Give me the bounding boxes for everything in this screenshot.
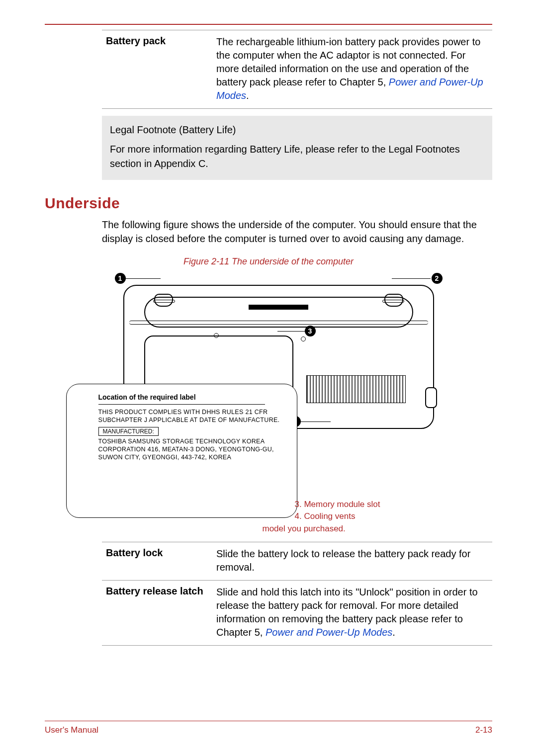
term-battery-release-latch: Battery release latch [102, 586, 216, 639]
footer: User's Manual 2-13 [45, 725, 492, 735]
lead-3 [277, 331, 305, 332]
label-rule [98, 404, 265, 405]
figure-2-11: 1 2 3 [106, 272, 489, 488]
cooling-vents [306, 375, 406, 403]
content: Battery pack The rechargeable lithium-io… [45, 30, 492, 646]
footer-rule [45, 721, 492, 721]
footer-right: 2-13 [475, 725, 492, 735]
seam-line [129, 321, 428, 325]
term-battery-lock: Battery lock [102, 547, 216, 574]
callout-list: 3. Memory module slot 4. Cooling vents [295, 499, 380, 523]
header-rule [45, 24, 492, 25]
desc-battery-lock: Slide the battery lock to release the ba… [216, 547, 492, 574]
compliance-text: THIS PRODUCT COMPLIES WITH DHHS RULES 21… [98, 409, 289, 424]
center-port [249, 305, 308, 310]
desc-battery-pack: The rechargeable lithium-ion battery pac… [216, 35, 492, 102]
top-definition-block: Battery pack The rechargeable lithium-io… [102, 30, 492, 180]
underside-paragraph: The following figure shows the underside… [102, 218, 492, 246]
term-battery-pack: Battery pack [102, 35, 216, 102]
desc-text-b: . [246, 90, 249, 101]
row-battery-pack: Battery pack The rechargeable lithium-io… [102, 30, 492, 109]
required-label-card: Location of the required label THIS PROD… [66, 384, 297, 518]
slot-left [153, 300, 175, 303]
row-battery-lock: Battery lock Slide the battery lock to r… [102, 542, 492, 581]
desc-battery-release-latch: Slide and hold this latch into its "Unlo… [216, 586, 492, 639]
callout-dot-2: 2 [432, 273, 443, 284]
manufacturer-text: TOSHIBA SAMSUNG STORAGE TECHNOLOGY KOREA… [98, 438, 289, 461]
figure-container: 1 2 3 [102, 272, 492, 488]
side-latch-icon [425, 387, 437, 408]
screw-icon [214, 333, 219, 338]
lower-definition-block: Battery lock Slide the battery lock to r… [102, 542, 492, 646]
latch-text-b: . [392, 627, 395, 638]
note-title: Legal Footnote (Battery Life) [110, 123, 484, 137]
callout-dot-1: 1 [115, 273, 126, 284]
callout-dot-3: 3 [305, 326, 316, 336]
callout-3-text: 3. Memory module slot [295, 499, 380, 511]
manufactured-box: MANUFACTURED: [98, 427, 159, 436]
callout-4-text: 4. Cooling vents [295, 510, 380, 523]
slot-right [382, 300, 404, 303]
note-body: For more information regarding Battery L… [110, 142, 484, 171]
figure-caption: Figure 2-11 The underside of the compute… [45, 256, 492, 267]
page: Battery pack The rechargeable lithium-io… [0, 0, 537, 756]
link-power-modes-2[interactable]: Power and Power-Up Modes [266, 627, 392, 638]
label-card-heading: Location of the required label [98, 393, 289, 401]
lead-2 [392, 278, 431, 279]
lead-1 [126, 278, 161, 279]
lead-4 [301, 421, 331, 422]
model-note-frag: model you purchased. [263, 524, 346, 534]
screw-icon [301, 336, 306, 341]
row-battery-release-latch: Battery release latch Slide and hold thi… [102, 581, 492, 646]
heading-underside: Underside [45, 195, 492, 212]
footer-left: User's Manual [45, 725, 98, 735]
legal-footnote-box: Legal Footnote (Battery Life) For more i… [102, 116, 492, 180]
